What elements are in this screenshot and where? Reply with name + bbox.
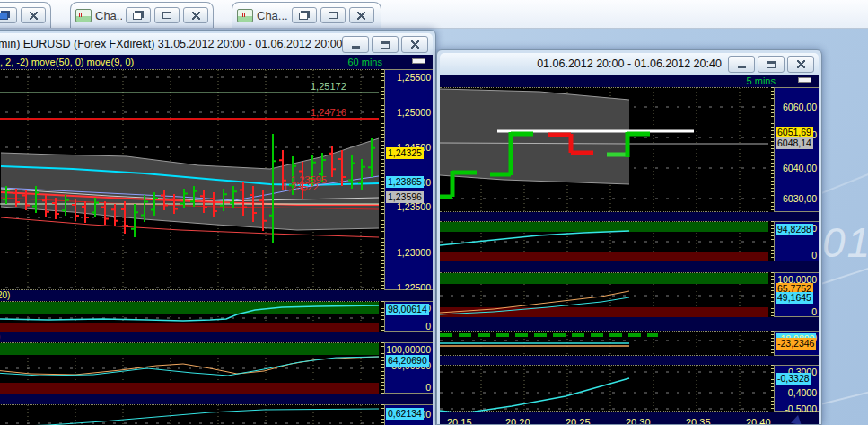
axis-label: -0,4000 bbox=[785, 387, 817, 398]
price-axis[interactable]: 6060,00 0 6051,69 6048,14 6040,00 6030,0… bbox=[774, 87, 819, 212]
oscillator-axis[interactable]: 00 0,62134 bbox=[384, 404, 433, 425]
oscillator-plot[interactable] bbox=[0, 301, 379, 332]
timeframe-label: 60 mins bbox=[347, 57, 382, 67]
oscillator-panel-1: 0 94,8288 0 bbox=[440, 221, 819, 261]
oscillator-axis[interactable]: 0 -18,9890 -23,2346 bbox=[774, 331, 819, 356]
oscillator-axis[interactable]: 0 98,00614 0 bbox=[384, 301, 433, 332]
price-overlay-label: 1,23522 bbox=[283, 182, 319, 192]
chart-window-5min: 01.06.2012 20:00 - 01.06.2012 20:40 5 mi… bbox=[436, 49, 822, 425]
restore-button[interactable] bbox=[292, 7, 317, 23]
gray-price-tag: 1,23596 bbox=[386, 191, 424, 203]
resistance-level-label: 1,25172 bbox=[311, 81, 346, 92]
time-label: 20.30 bbox=[626, 417, 651, 424]
panel-separator: 20) bbox=[0, 290, 433, 301]
close-button[interactable] bbox=[401, 36, 428, 53]
indicator-value-tag: -23,2346 bbox=[776, 338, 816, 350]
oscillator-axis[interactable]: 0,3000 -0,3328 -0,4000 -0,5000 bbox=[774, 365, 819, 412]
restore-button[interactable] bbox=[0, 7, 17, 23]
panel-separator: ) bbox=[0, 332, 433, 342]
maximize-icon bbox=[381, 41, 390, 49]
oscillator-plot[interactable] bbox=[440, 331, 768, 356]
oscillator-panel-1: 0 98,00614 0 bbox=[0, 301, 433, 332]
collapse-panel-button[interactable] bbox=[798, 77, 811, 83]
price-chart-plot[interactable] bbox=[440, 87, 768, 212]
time-label: 20.35 bbox=[686, 417, 711, 424]
close-icon bbox=[797, 60, 805, 68]
chart-client-area: , 2, -2) move(50, 0) move(9, 0) 60 mins bbox=[0, 55, 433, 425]
oscillator-axis[interactable]: 100,00000 50,00000 64,20690 0 bbox=[384, 342, 433, 394]
oscillator-plot[interactable] bbox=[0, 342, 379, 394]
axis-label: 1,25000 bbox=[397, 107, 431, 118]
minimize-button[interactable] bbox=[728, 56, 755, 73]
oscillator-plot[interactable] bbox=[440, 365, 768, 412]
axis-label: 6040,00 bbox=[783, 163, 817, 173]
bid-price-tag: 1,23865 bbox=[386, 176, 424, 188]
window-title: min) EURUSD (Forex FXdirekt) 31.05.2012 … bbox=[0, 38, 343, 50]
panel-separator bbox=[440, 212, 819, 221]
indicator-value-tag: 94,8288 bbox=[776, 224, 813, 235]
indicator-value-tag: 64,20690 bbox=[386, 355, 429, 367]
minimized-chart-tab[interactable] bbox=[0, 2, 51, 28]
close-icon bbox=[192, 12, 200, 20]
main-chart-panel: 6060,00 0 6051,69 6048,14 6040,00 6030,0… bbox=[440, 87, 819, 212]
indicator-value-tag: 0,62134 bbox=[386, 408, 424, 420]
maximize-button[interactable] bbox=[758, 56, 785, 73]
axis-label: 0 bbox=[811, 250, 817, 261]
axis-label: 6030,00 bbox=[783, 193, 817, 204]
chart-window-eurusd-60min: min) EURUSD (Forex FXdirekt) 31.05.2012 … bbox=[0, 30, 436, 425]
gray-price-tag: 6048,14 bbox=[776, 137, 813, 149]
close-button[interactable] bbox=[787, 56, 814, 73]
price-axis[interactable]: 1,25500 1,25000 1,24500 1,24000 1,23500 … bbox=[384, 69, 433, 290]
window-titlebar[interactable]: min) EURUSD (Forex FXdirekt) 31.05.2012 … bbox=[0, 33, 433, 55]
minimized-chart-tab[interactable]: Cha... bbox=[70, 2, 214, 28]
oscillator-axis[interactable]: 0 94,8288 0 bbox=[774, 221, 819, 261]
restore-icon bbox=[299, 13, 308, 20]
minimized-chart-tab[interactable]: Cha... bbox=[232, 2, 381, 28]
axis-label: 0 bbox=[425, 382, 431, 393]
maximize-button[interactable] bbox=[372, 36, 399, 53]
oscillator-plot[interactable] bbox=[440, 221, 768, 261]
minimize-button[interactable] bbox=[320, 7, 346, 23]
tab-label: Cha... bbox=[95, 9, 122, 22]
panel-separator bbox=[440, 261, 819, 272]
indicator-header-bar: 5 mins bbox=[440, 75, 819, 87]
oscillator-plot[interactable] bbox=[440, 272, 768, 317]
panel-separator bbox=[440, 317, 819, 331]
time-label: 20.40 bbox=[746, 417, 771, 424]
close-button[interactable] bbox=[349, 7, 374, 23]
minimize-button[interactable] bbox=[154, 7, 180, 23]
close-button[interactable] bbox=[21, 7, 46, 23]
axis-label: 1,25500 bbox=[397, 72, 431, 83]
panel-separator bbox=[440, 356, 819, 365]
indicator-value-tag: -0,3328 bbox=[776, 373, 811, 385]
panel-separator bbox=[0, 394, 433, 404]
desktop-decor-line bbox=[815, 164, 868, 197]
close-icon bbox=[357, 12, 365, 20]
axis-label: 1,23000 bbox=[397, 247, 431, 258]
minimize-icon bbox=[329, 12, 338, 19]
minimize-button[interactable] bbox=[342, 36, 369, 53]
time-axis[interactable]: 20.15 20.20 20.25 20.30 20.35 20.40 bbox=[440, 412, 819, 424]
close-button[interactable] bbox=[183, 7, 208, 23]
scroll-arrow-icon[interactable] bbox=[791, 414, 803, 424]
mdi-tab-strip: Cha... Cha... bbox=[0, 0, 868, 29]
minimize-icon bbox=[162, 12, 171, 19]
indicator-header-bar: , 2, -2) move(50, 0) move(9, 0) 60 mins bbox=[0, 55, 433, 69]
window-titlebar[interactable]: 01.06.2012 20:00 - 01.06.2012 20:40 bbox=[440, 53, 819, 75]
minimize-icon bbox=[738, 66, 746, 68]
price-chart-plot[interactable]: 1,25172 1,24716 1,23595 1,23522 bbox=[0, 69, 379, 290]
oscillator-panel-2: 100,0000 65,7752 49,1645 0 bbox=[440, 272, 819, 317]
restore-button[interactable] bbox=[126, 7, 151, 23]
oscillator-axis[interactable]: 100,0000 65,7752 49,1645 0 bbox=[774, 272, 819, 317]
last-price-tag: 1,24325 bbox=[386, 147, 424, 159]
indicator-params: , 2, -2) move(50, 0) move(9, 0) bbox=[0, 57, 134, 67]
collapse-panel-button[interactable] bbox=[412, 58, 425, 64]
axis-label: 6060,00 bbox=[783, 102, 817, 112]
restore-icon bbox=[133, 13, 142, 20]
main-chart-panel: 1,25172 1,24716 1,23595 1,23522 1,25500 … bbox=[0, 69, 433, 290]
indicator-value-tag: 98,00614 bbox=[386, 304, 429, 315]
minimize-icon bbox=[352, 46, 360, 49]
axis-label: 0 bbox=[425, 321, 431, 332]
oscillator-plot[interactable] bbox=[0, 404, 379, 425]
time-label: 20.20 bbox=[505, 417, 530, 424]
